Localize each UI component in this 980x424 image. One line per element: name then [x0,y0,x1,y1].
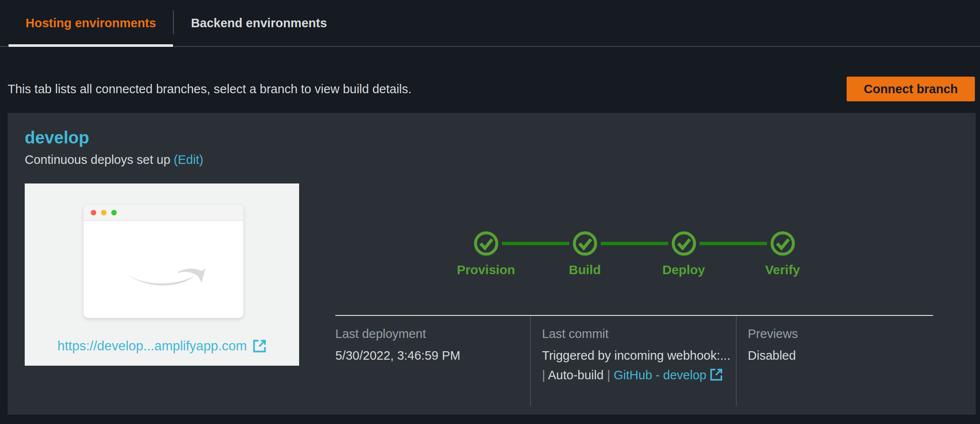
last-deployment-cell: Last deployment 5/30/2022, 3:46:59 PM [335,316,530,406]
auto-build-text: Auto-build [548,368,604,382]
subtitle-text: Continuous deploys set up [25,153,170,166]
tab-description: This tab lists all connected branches, s… [8,82,412,96]
branch-detail-grid: Last deployment 5/30/2022, 3:46:59 PM La… [335,315,933,406]
last-commit-value: Triggered by incoming webhook:... | Auto… [542,346,734,385]
github-develop-link[interactable]: GitHub - develop [614,368,723,382]
connect-branch-button[interactable]: Connect branch [847,77,975,101]
pipeline-connector [502,242,569,245]
tab-hosting-environments[interactable]: Hosting environments [9,0,173,46]
thumbnail-column: https://develop...amplifyapp.com [25,183,299,406]
tab-bar: Hosting environments Backend environment… [0,0,980,47]
window-dot-yellow-icon [101,210,107,215]
hosting-environments-page: Hosting environments Backend environment… [0,0,980,415]
edit-link[interactable]: (Edit) [174,153,203,166]
branch-list-toolbar: This tab lists all connected branches, s… [0,77,980,101]
deployment-pipeline: Provision Build [335,230,933,257]
branch-preview-thumbnail: https://develop...amplifyapp.com [25,183,299,366]
external-link-icon [253,339,266,353]
previews-cell: Previews Disabled [736,316,933,406]
pipeline-step-deploy: Deploy [671,230,697,257]
last-commit-label: Last commit [542,325,736,342]
last-deployment-value: 5/30/2022, 3:46:59 PM [335,346,530,365]
separator: | [542,368,545,382]
commit-message: Triggered by incoming webhook:... [542,349,730,362]
branch-url-text: https://develop...amplifyapp.com [58,338,247,354]
pipeline-step-label: Deploy [662,263,705,277]
pipeline-step-label: Build [569,263,601,277]
browser-titlebar [84,205,243,221]
pipeline-step-label: Verify [765,263,800,277]
amazon-smile-logo [118,265,208,291]
success-check-icon [473,230,499,257]
external-link-icon [710,368,723,381]
branch-card: develop Continuous deploys set up (Edit) [8,113,976,415]
last-commit-cell: Last commit Triggered by incoming webhoo… [530,316,736,406]
last-deployment-label: Last deployment [335,325,530,342]
pipeline-connector [700,242,767,245]
previews-value: Disabled [748,346,933,365]
browser-window-illustration [84,205,243,318]
previews-label: Previews [748,325,933,342]
tab-label: Backend environments [191,16,327,30]
tab-backend-environments[interactable]: Backend environments [174,0,344,46]
tab-label: Hosting environments [26,16,156,30]
window-dot-green-icon [111,210,117,215]
pipeline-step-verify: Verify [770,230,796,257]
detail-column: Provision Build [335,183,933,406]
success-check-icon [770,230,796,257]
window-dot-red-icon [91,210,96,215]
success-check-icon [572,230,598,257]
branch-name-link[interactable]: develop [25,128,89,147]
branch-card-body: https://develop...amplifyapp.com [25,183,976,406]
success-check-icon [671,230,697,257]
pipeline-step-label: Provision [457,263,515,277]
github-link-text: GitHub - develop [614,368,706,382]
branch-url-link[interactable]: https://develop...amplifyapp.com [25,338,299,354]
separator: | [607,368,611,382]
pipeline-step-build: Build [572,230,598,257]
branch-subtitle: Continuous deploys set up (Edit) [25,152,976,167]
pipeline-step-provision: Provision [473,230,499,257]
pipeline-connector [601,242,668,245]
